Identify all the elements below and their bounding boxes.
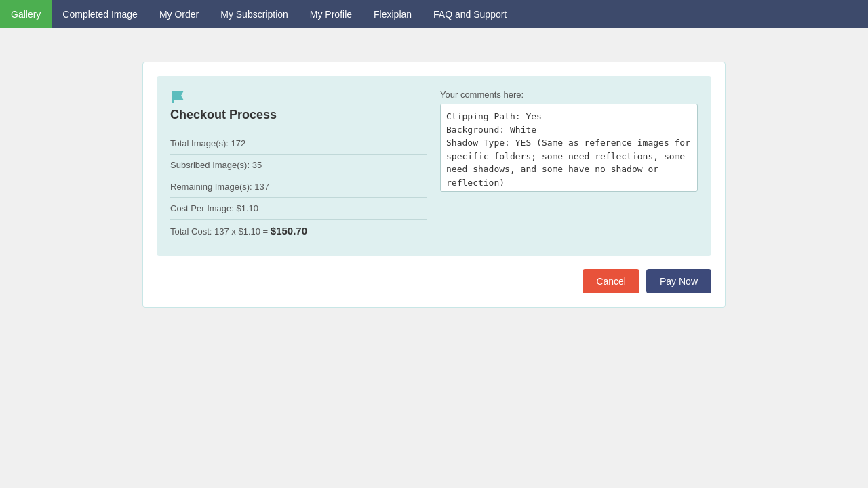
subscribed-images-row: Subsribed Image(s): 35 xyxy=(170,155,427,176)
total-cost-row: Total Cost: 137 x $1.10 = $150.70 xyxy=(170,220,427,242)
total-cost-bold: $150.70 xyxy=(271,225,307,237)
nav-item-my-order[interactable]: My Order xyxy=(149,0,210,28)
total-images-row: Total Image(s): 172 xyxy=(170,133,427,155)
comments-textarea[interactable] xyxy=(440,104,698,192)
navigation: Gallery Completed Image My Order My Subs… xyxy=(0,0,868,28)
total-cost-label: Total Cost: 137 x $1.10 = xyxy=(170,226,271,237)
content-area: Checkout Process Total Image(s): 172 Sub… xyxy=(0,28,868,321)
nav-item-flexiplan[interactable]: Flexiplan xyxy=(363,0,422,28)
nav-item-completed-image[interactable]: Completed Image xyxy=(52,0,149,28)
nav-item-faq-support[interactable]: FAQ and Support xyxy=(422,0,517,28)
cancel-button[interactable]: Cancel xyxy=(583,269,639,293)
comments-label: Your comments here: xyxy=(440,89,698,100)
svg-rect-0 xyxy=(172,91,174,103)
remaining-images-row: Remaining Image(s): 137 xyxy=(170,176,427,198)
checkout-left: Checkout Process Total Image(s): 172 Sub… xyxy=(170,89,427,242)
nav-item-my-profile[interactable]: My Profile xyxy=(299,0,363,28)
flag-icon xyxy=(170,89,186,108)
buttons-area: Cancel Pay Now xyxy=(157,269,711,293)
nav-item-my-subscription[interactable]: My Subscription xyxy=(210,0,299,28)
checkout-inner: Checkout Process Total Image(s): 172 Sub… xyxy=(157,76,711,256)
checkout-title: Checkout Process xyxy=(170,108,427,122)
checkout-card: Checkout Process Total Image(s): 172 Sub… xyxy=(142,62,726,308)
cost-per-image-row: Cost Per Image: $1.10 xyxy=(170,198,427,220)
pay-now-button[interactable]: Pay Now xyxy=(646,269,711,293)
nav-item-gallery[interactable]: Gallery xyxy=(0,0,52,28)
checkout-right: Your comments here: xyxy=(440,89,698,242)
